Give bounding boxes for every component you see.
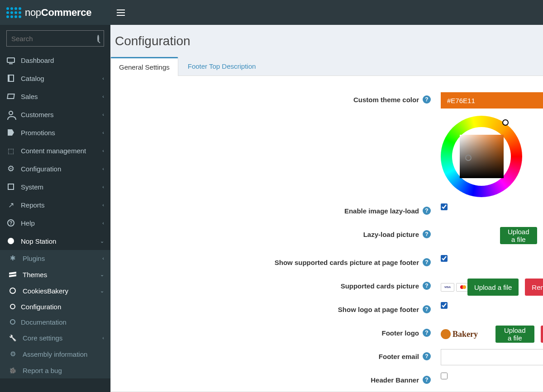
nav-dashboard[interactable]: Dashboard — [0, 51, 110, 69]
nav-content-management[interactable]: ⬚Content management‹ — [0, 142, 110, 160]
label-show-logo-footer: Show logo at page footer — [338, 306, 419, 313]
upload-button[interactable]: Upload a file — [495, 326, 534, 343]
search-input[interactable] — [11, 35, 97, 43]
hint-icon[interactable]: ? — [423, 329, 431, 337]
saturation-handle[interactable] — [465, 155, 472, 161]
upload-button[interactable]: Upload a file — [467, 279, 519, 296]
chevron-left-icon: ‹ — [102, 184, 104, 189]
nav-plugins[interactable]: Plugins‹ — [0, 250, 110, 266]
hint-icon[interactable]: ? — [423, 352, 431, 360]
label-lazy-load-picture: Lazy-load picture — [363, 231, 419, 238]
chevron-down-icon: ⌄ — [100, 238, 104, 244]
footer-email-input[interactable] — [441, 349, 543, 365]
nav-cookiesbakery[interactable]: CookiesBakery⌄ — [0, 283, 110, 299]
nav-report-a-bug[interactable]: Report a bug — [0, 362, 110, 378]
nav-help[interactable]: ?Help‹ — [0, 214, 110, 232]
tab-footer-top-description[interactable]: Footer Top Description — [179, 57, 265, 76]
cubes-icon: ⬚ — [6, 146, 15, 155]
enable-lazy-load-checkbox[interactable] — [441, 203, 448, 210]
topbar — [110, 0, 543, 25]
chevron-left-icon: ‹ — [102, 220, 104, 226]
chevron-left-icon: ‹ — [102, 255, 104, 261]
bug-icon — [8, 366, 17, 375]
chevron-left-icon: ‹ — [102, 202, 104, 208]
chart-icon — [6, 200, 15, 209]
hint-icon[interactable]: ? — [423, 95, 431, 104]
nav-cookiesbakery-configuration[interactable]: Configuration — [0, 299, 110, 314]
hint-icon[interactable]: ? — [423, 376, 431, 384]
circle-icon — [10, 319, 15, 325]
hint-icon[interactable]: ? — [423, 207, 431, 215]
nav-sales[interactable]: Sales‹ — [0, 87, 110, 105]
circle-icon — [10, 304, 15, 309]
remove-picture-button[interactable]: Remove picture — [541, 326, 543, 343]
nop-station-icon — [8, 238, 14, 244]
nav-core-settings[interactable]: Core settings‹ — [0, 330, 110, 346]
nav-reports[interactable]: Reports‹ — [0, 196, 110, 214]
hamburger-button[interactable] — [117, 9, 125, 16]
chevron-left-icon: ‹ — [102, 94, 104, 99]
gear-icon — [8, 349, 17, 359]
sidebar-nav: Dashboard Catalog‹ Sales‹ Customers‹ Pro… — [0, 51, 110, 378]
hint-icon[interactable]: ? — [423, 258, 431, 266]
cog-icon: ⚙ — [6, 164, 15, 173]
nav-promotions[interactable]: Promotions‹ — [0, 123, 110, 142]
nav-catalog[interactable]: Catalog‹ — [0, 69, 110, 87]
sidebar: nopCommerce Dashboard Catalog‹ Sales‹ Cu… — [0, 0, 110, 392]
hue-handle[interactable] — [502, 119, 509, 126]
chevron-left-icon: ‹ — [102, 130, 104, 135]
nav-themes[interactable]: Themes⌄ — [0, 266, 110, 283]
nav-customers[interactable]: Customers‹ — [0, 105, 110, 123]
nav-nop-station[interactable]: Nop Station⌄ — [0, 232, 110, 250]
label-supported-cards-picture: Supported cards picture — [341, 282, 419, 290]
brand-text: nopCommerce — [25, 7, 91, 19]
tabs: General Settings Footer Top Description — [110, 57, 543, 76]
show-cards-checkbox[interactable] — [441, 255, 448, 262]
color-wheel[interactable] — [441, 116, 522, 197]
page-title: Configuration — [110, 25, 543, 57]
circle-icon — [10, 288, 16, 294]
upload-button[interactable]: Upload a file — [500, 227, 537, 244]
chevron-left-icon: ‹ — [102, 148, 104, 153]
settings-panel: Custom theme color? #E76E11 — [110, 76, 543, 392]
nav-cookiesbakery-documentation[interactable]: Documentation — [0, 314, 110, 330]
layers-icon — [9, 272, 16, 277]
hint-icon[interactable]: ? — [423, 282, 431, 290]
wrench-icon — [8, 333, 17, 342]
label-footer-email: Footer email — [379, 353, 419, 360]
header-banner-checkbox[interactable] — [441, 373, 448, 379]
chevron-down-icon: ⌄ — [100, 288, 104, 294]
label-custom-theme-color: Custom theme color — [353, 96, 419, 104]
label-footer-logo: Footer logo — [382, 329, 419, 337]
remove-picture-button[interactable]: Remove picture — [525, 279, 543, 296]
footer-logo-preview: Bakery — [441, 327, 478, 341]
nav-system[interactable]: System‹ — [0, 178, 110, 196]
card-visa: VISA — [441, 283, 454, 292]
chevron-left-icon: ‹ — [102, 335, 104, 340]
hint-icon[interactable]: ? — [423, 305, 431, 313]
tab-general-settings[interactable]: General Settings — [110, 57, 178, 76]
brand-logo-icon — [6, 7, 21, 18]
label-show-cards: Show supported cards picture at page foo… — [275, 259, 419, 266]
chevron-down-icon: ⌄ — [100, 272, 104, 278]
search-icon — [97, 35, 99, 42]
puzzle-icon — [8, 254, 17, 263]
main: Configuration General Settings Footer To… — [110, 0, 543, 392]
chevron-left-icon: ‹ — [102, 166, 104, 171]
nav-configuration[interactable]: ⚙Configuration‹ — [0, 160, 110, 178]
chevron-left-icon: ‹ — [102, 76, 104, 81]
label-enable-lazy-load: Enable image lazy-load — [344, 207, 419, 215]
label-header-banner: Header Banner — [371, 376, 419, 384]
chevron-left-icon: ‹ — [102, 112, 104, 117]
nav-assembly-information[interactable]: Assembly information — [0, 346, 110, 362]
sidebar-search[interactable] — [6, 30, 104, 47]
custom-theme-color-input[interactable]: #E76E11 — [441, 92, 543, 109]
hint-icon[interactable]: ? — [423, 230, 431, 238]
show-logo-footer-checkbox[interactable] — [441, 302, 448, 309]
brand[interactable]: nopCommerce — [0, 0, 110, 25]
